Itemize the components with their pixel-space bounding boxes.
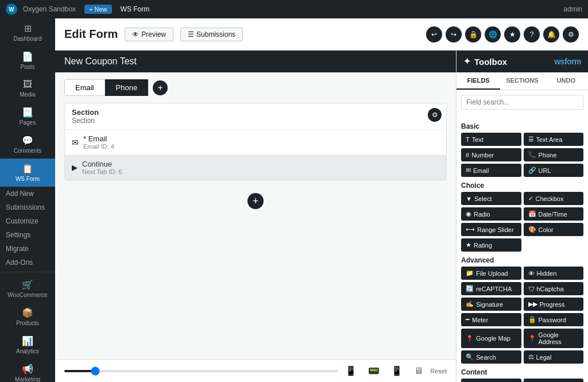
- field-url[interactable]: 🔗URL: [524, 164, 584, 177]
- desktop-icon[interactable]: 🖥: [414, 366, 423, 376]
- mobile-icon[interactable]: 📱: [345, 365, 357, 376]
- continue-label: Continue: [82, 160, 122, 168]
- field-google-map[interactable]: 📍Google Map: [461, 329, 521, 348]
- field-signature[interactable]: ✍Signature: [461, 298, 521, 311]
- field-progress[interactable]: ▶▶Progress: [524, 298, 584, 311]
- google-address-icon: 📍: [528, 335, 536, 342]
- field-hcaptcha[interactable]: 🛡hCaptcha: [524, 282, 584, 295]
- sidebar-item-wsform[interactable]: 📋 WS Form: [0, 159, 55, 187]
- tab-fields[interactable]: FIELDS: [457, 72, 500, 90]
- globe-button[interactable]: 🌐: [485, 26, 501, 43]
- zoom-slider[interactable]: [64, 370, 338, 372]
- admin-bar: W Oxygen Sandbox + New WS Form admin: [0, 0, 588, 18]
- tab-sections[interactable]: SECTIONS: [500, 72, 544, 90]
- field-text-editor[interactable]: ✏Text Editor: [461, 379, 521, 382]
- admin-user[interactable]: admin: [563, 5, 582, 13]
- form-editor: New Coupon Test Email Phone + ⚙ Section …: [55, 51, 588, 382]
- tablet-small-icon[interactable]: 📟: [368, 365, 380, 376]
- tab-phone[interactable]: Phone: [105, 79, 149, 96]
- submenu-settings[interactable]: Settings: [0, 228, 55, 242]
- submenu-migrate[interactable]: Migrate: [0, 242, 55, 256]
- preview-button[interactable]: 👁 Preview: [125, 28, 173, 41]
- field-password[interactable]: 🔒Password: [524, 313, 584, 326]
- field-search[interactable]: 🔍Search: [461, 350, 521, 364]
- add-tab-button[interactable]: +: [153, 80, 168, 95]
- continue-row[interactable]: ▶ Continue Next Tab ID: 6: [65, 155, 446, 180]
- bell-button[interactable]: 🔔: [543, 26, 559, 43]
- field-phone[interactable]: 📞Phone: [524, 148, 584, 161]
- sidebar-label-dashboard: Dashboard: [14, 36, 42, 42]
- field-html[interactable]: </>HTML: [524, 379, 584, 382]
- form-title: New Coupon Test: [64, 56, 137, 66]
- tablet-icon[interactable]: 📱: [391, 365, 403, 376]
- sidebar-label-products: Products: [16, 320, 38, 326]
- sidebar-item-dashboard[interactable]: ⊞ Dashboard: [0, 18, 55, 47]
- sidebar-item-media[interactable]: 🖼 Media: [0, 75, 55, 102]
- field-color[interactable]: 🎨Color: [524, 223, 584, 236]
- tab-email[interactable]: Email: [64, 79, 105, 96]
- field-checkbox[interactable]: ✓Checkbox: [524, 192, 584, 205]
- field-meter[interactable]: ━Meter: [461, 313, 521, 326]
- add-section-button[interactable]: +: [247, 193, 264, 209]
- field-google-address[interactable]: 📍Google Address: [524, 329, 584, 348]
- submissions-icon: ☰: [188, 30, 194, 38]
- field-legal[interactable]: ⚖Legal: [524, 350, 584, 364]
- field-datetime[interactable]: 📅Date/Time: [524, 207, 584, 221]
- field-file-upload[interactable]: 📁File Upload: [461, 267, 521, 280]
- sidebar-item-comments[interactable]: 💬 Comments: [0, 130, 55, 159]
- section-area: ⚙ Section Section ✉ * Email Email ID: 4 …: [64, 103, 447, 180]
- reset-button[interactable]: Reset: [430, 368, 447, 375]
- new-button[interactable]: + New: [84, 5, 112, 14]
- signature-icon: ✍: [466, 300, 474, 308]
- sidebar-item-products[interactable]: 📦 Products: [0, 303, 55, 331]
- continue-icon: ▶: [72, 163, 78, 172]
- datetime-icon: 📅: [528, 210, 536, 218]
- redo-button[interactable]: ↪: [446, 26, 462, 43]
- field-range-slider[interactable]: ⟷Range Slider: [461, 223, 521, 236]
- search-icon: 🔍: [466, 353, 474, 361]
- submissions-button[interactable]: ☰ Submissions: [180, 28, 243, 41]
- submenu-add-new[interactable]: Add New: [0, 187, 55, 200]
- sidebar-item-woocommerce[interactable]: 🛒 WooCommerce: [0, 275, 55, 303]
- sidebar-item-analytics[interactable]: 📊 Analytics: [0, 331, 55, 359]
- lock-button[interactable]: 🔒: [465, 26, 481, 43]
- tab-undo[interactable]: UNDO: [544, 72, 588, 90]
- section-gear-button[interactable]: ⚙: [428, 108, 442, 122]
- gear-button[interactable]: ⚙: [563, 26, 579, 43]
- field-email[interactable]: ✉Email: [461, 164, 521, 177]
- field-number[interactable]: #Number: [461, 148, 521, 161]
- undo-button[interactable]: ↩: [426, 26, 442, 43]
- submenu-addons[interactable]: Add-Ons: [0, 256, 55, 269]
- star-button[interactable]: ★: [504, 26, 520, 43]
- text-icon: T: [466, 136, 470, 143]
- field-recaptcha[interactable]: 🔄reCAPTCHA: [461, 282, 521, 295]
- field-row-email[interactable]: ✉ * Email Email ID: 4: [65, 130, 446, 155]
- posts-icon: 📄: [22, 51, 33, 62]
- sidebar-item-posts[interactable]: 📄 Posts: [0, 47, 55, 75]
- group-label-basic: Basic: [461, 122, 583, 130]
- sidebar-item-pages[interactable]: 📃 Pages: [0, 102, 55, 130]
- field-hidden[interactable]: 👁Hidden: [524, 267, 584, 280]
- number-icon: #: [466, 152, 469, 159]
- marketing-icon: 📢: [22, 364, 33, 375]
- submenu-customize[interactable]: Customize: [0, 214, 55, 228]
- field-textarea[interactable]: ☰Text Area: [524, 133, 584, 146]
- sidebar-item-marketing[interactable]: 📢 Marketing: [0, 359, 55, 382]
- tab-row: Email Phone +: [55, 72, 456, 96]
- products-icon: 📦: [22, 307, 33, 318]
- toolbox-body: Basic TText ☰Text Area #Number 📞Phone ✉E…: [457, 114, 588, 382]
- site-name[interactable]: Oxygen Sandbox: [23, 5, 76, 13]
- email-field-icon: ✉: [72, 138, 79, 147]
- question-button[interactable]: ?: [524, 26, 540, 43]
- field-search-input[interactable]: [461, 95, 583, 110]
- section-label: Section Section: [65, 103, 446, 130]
- submenu-submissions[interactable]: Submissions: [0, 200, 55, 214]
- field-text[interactable]: TText: [461, 133, 521, 146]
- field-radio[interactable]: ◉Radio: [461, 207, 521, 221]
- field-rating[interactable]: ★Rating: [461, 238, 521, 252]
- content-area: Edit Form 👁 Preview ☰ Submissions ↩ ↪ 🔒 …: [55, 18, 588, 382]
- hidden-icon: 👁: [528, 270, 535, 277]
- ws-form-tab[interactable]: WS Form: [121, 5, 150, 13]
- field-select[interactable]: ▼Select: [461, 192, 521, 205]
- comments-icon: 💬: [22, 135, 33, 146]
